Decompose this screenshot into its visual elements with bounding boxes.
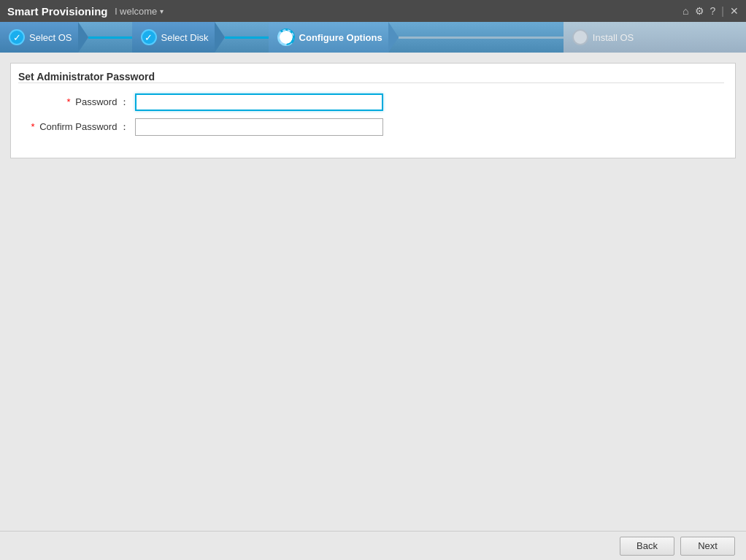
connector-2 <box>225 37 269 39</box>
step-install-icon <box>572 29 588 45</box>
connector-1 <box>88 37 132 39</box>
password-required: * <box>67 96 71 107</box>
user-label: l welcome <box>115 6 158 17</box>
step-disk-label: Select Disk <box>161 32 209 43</box>
step-configure-icon <box>277 28 295 46</box>
confirm-password-row: * Confirm Password ： <box>18 118 724 136</box>
step-os-label: Select OS <box>29 32 72 43</box>
password-input[interactable] <box>135 93 383 111</box>
help-icon[interactable]: ? <box>710 5 716 17</box>
step-install-label: Install OS <box>593 32 634 43</box>
section-title: Set Administrator Password <box>18 71 724 83</box>
user-menu[interactable]: l welcome ▾ <box>115 6 164 17</box>
main-content: Set Administrator Password * Password ： … <box>0 53 746 531</box>
step-os-arrow <box>78 22 88 53</box>
chevron-down-icon: ▾ <box>160 7 164 15</box>
app-window: Smart Provisioning l welcome ▾ ⌂ ⚙ ? | ✕… <box>0 0 746 560</box>
password-row: * Password ： <box>18 93 724 111</box>
step-os-icon: ✓ <box>9 29 25 45</box>
home-icon[interactable]: ⌂ <box>682 5 688 17</box>
step-select-disk: ✓ Select Disk <box>132 22 215 53</box>
step-configure-label: Configure Options <box>299 32 382 43</box>
footer: Back Next <box>0 531 746 560</box>
app-title: Smart Provisioning <box>7 5 108 18</box>
settings-icon[interactable]: ⚙ <box>695 5 704 17</box>
step-select-os: ✓ Select OS <box>0 22 78 53</box>
stepper: ✓ Select OS ✓ Select Disk <box>0 22 746 53</box>
separator: | <box>721 5 724 17</box>
password-form-section: Set Administrator Password * Password ： … <box>10 63 736 158</box>
password-label: * Password ： <box>18 96 135 109</box>
step-install: Install OS <box>564 22 746 53</box>
titlebar-icons: ⌂ ⚙ ? | ✕ <box>682 5 739 17</box>
confirm-password-label: * Confirm Password ： <box>18 120 135 134</box>
confirm-password-input[interactable] <box>135 118 383 136</box>
back-button[interactable]: Back <box>620 537 674 556</box>
step-disk-arrow <box>215 22 225 53</box>
step-configure-arrow <box>388 22 399 53</box>
confirm-required: * <box>31 121 35 132</box>
close-icon[interactable]: ✕ <box>730 5 739 17</box>
connector-3 <box>399 37 564 39</box>
step-configure: Configure Options <box>269 22 388 53</box>
next-button[interactable]: Next <box>680 537 735 556</box>
step-disk-icon: ✓ <box>141 29 157 45</box>
titlebar: Smart Provisioning l welcome ▾ ⌂ ⚙ ? | ✕ <box>0 0 746 22</box>
